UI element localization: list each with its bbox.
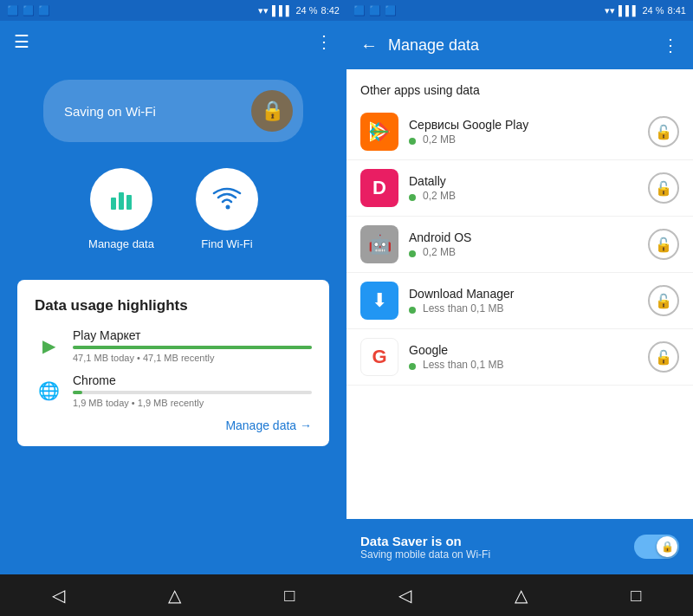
android-os-name: Android OS	[409, 230, 648, 244]
manage-data-link[interactable]: Manage data →	[35, 418, 312, 432]
chrome-info: Chrome 1,9 MB today • 1,9 MB recently	[73, 373, 312, 408]
play-market-progress-wrap	[73, 346, 312, 349]
manage-data-button[interactable]: Manage data	[88, 168, 154, 250]
right-app-icon-1: 🟦	[353, 5, 366, 16]
right-status-icons: 🟦 🟦 🟦	[353, 5, 397, 16]
right-more-icon[interactable]: ⋮	[662, 35, 679, 55]
recents-nav-button[interactable]: □	[284, 586, 295, 606]
datally-icon: D	[360, 169, 398, 207]
right-battery-label: 24 %	[643, 5, 664, 16]
svg-rect-0	[111, 198, 116, 210]
manage-data-label: Manage data	[88, 237, 154, 250]
find-wifi-icon-circle	[196, 168, 258, 230]
lock-button-0[interactable]: 🔓	[648, 116, 679, 147]
list-item[interactable]: 🤖 Android OS 0,2 MB 🔓	[346, 217, 693, 273]
card-title: Data usage highlights	[35, 297, 312, 314]
section-header: Other apps using data	[346, 69, 693, 104]
green-dot-3	[409, 307, 416, 314]
list-item[interactable]: ⬇ Download Manager Less than 0,1 MB 🔓	[346, 273, 693, 329]
data-saver-title: Data Saver is on	[360, 534, 624, 548]
download-manager-icon: ⬇	[360, 282, 398, 320]
data-saver-bar: Data Saver is on Saving mobile data on W…	[346, 519, 693, 574]
saving-pill[interactable]: Saving on Wi-Fi 🔒	[43, 80, 303, 142]
left-status-bar: 🟦 🟦 🟦 ▾▾ ▌▌▌ 24 % 8:42	[0, 0, 346, 21]
google-play-services-icon	[360, 113, 398, 151]
left-top-bar: ☰ ⋮	[0, 21, 346, 62]
play-market-info: Play Маркет 47,1 MB today • 47,1 MB rece…	[73, 328, 312, 363]
play-services-svg	[367, 120, 392, 144]
play-market-stats: 47,1 MB today • 47,1 MB recently	[73, 353, 312, 363]
manage-data-link-text: Manage data →	[225, 418, 312, 432]
right-app-icon-2: 🟦	[369, 5, 381, 16]
play-market-name: Play Маркет	[73, 328, 312, 342]
download-manager-size: Less than 0,1 MB	[409, 302, 648, 314]
right-page-title: Manage data	[388, 36, 651, 55]
google-name: Google	[409, 343, 648, 357]
data-saver-subtitle: Saving mobile data on Wi-Fi	[360, 548, 624, 561]
android-os-size: 0,2 MB	[409, 246, 648, 258]
google-play-services-name: Сервисы Google Play	[409, 118, 648, 132]
chrome-icon: 🌐	[35, 377, 62, 405]
right-home-nav-button[interactable]: △	[515, 585, 528, 606]
right-time-label: 8:41	[668, 5, 686, 16]
list-item[interactable]: G Google Less than 0,1 MB 🔓	[346, 329, 693, 386]
left-status-right: ▾▾ ▌▌▌ 24 % 8:42	[258, 5, 340, 16]
chrome-stats: 1,9 MB today • 1,9 MB recently	[73, 398, 312, 408]
list-item[interactable]: D Datally 0,2 MB 🔓	[346, 160, 693, 217]
time-label: 8:42	[321, 5, 340, 16]
chrome-name: Chrome	[73, 373, 312, 387]
right-back-nav-button[interactable]: ◁	[398, 585, 411, 606]
left-bottom-nav: ◁ △ □	[0, 574, 346, 616]
data-saver-toggle[interactable]: 🔒	[634, 535, 679, 559]
lock-button-2[interactable]: 🔓	[648, 229, 679, 260]
right-app-icon-3: 🟦	[385, 5, 397, 16]
android-os-info: Android OS 0,2 MB	[409, 230, 648, 258]
right-content: Other apps using data Сервисы Google Pla…	[346, 69, 693, 519]
right-status-bar: 🟦 🟦 🟦 ▾▾ ▌▌▌ 24 % 8:41	[346, 0, 693, 21]
saving-text: Saving on Wi-Fi	[64, 104, 156, 119]
play-market-row: ▶ Play Маркет 47,1 MB today • 47,1 MB re…	[35, 328, 312, 363]
app-icon-1: 🟦	[7, 5, 19, 16]
green-dot-2	[409, 250, 416, 257]
left-status-icons: 🟦 🟦 🟦	[7, 5, 50, 16]
action-buttons: Manage data Find Wi-Fi	[88, 168, 258, 250]
green-dot-1	[409, 194, 416, 201]
list-item[interactable]: Сервисы Google Play 0,2 MB 🔓	[346, 104, 693, 160]
lock-button-3[interactable]: 🔓	[648, 285, 679, 316]
play-market-progress	[73, 346, 312, 349]
data-saver-text: Data Saver is on Saving mobile data on W…	[360, 534, 624, 561]
data-usage-card: Data usage highlights ▶ Play Маркет 47,1…	[17, 280, 329, 446]
lock-button-4[interactable]: 🔓	[648, 341, 679, 373]
app-icon-3: 🟦	[38, 5, 50, 16]
battery-label: 24 %	[296, 5, 318, 16]
google-play-services-size: 0,2 MB	[409, 133, 648, 146]
bar-chart-icon	[107, 185, 135, 213]
manage-data-icon-circle	[90, 168, 152, 230]
find-wifi-label: Find Wi-Fi	[201, 237, 252, 250]
hamburger-icon[interactable]: ☰	[14, 31, 29, 52]
right-recents-nav-button[interactable]: □	[631, 586, 641, 606]
toggle-thumb: 🔒	[657, 536, 677, 557]
datally-name: Datally	[409, 174, 648, 188]
left-main-content: Saving on Wi-Fi 🔒 Manage data	[0, 62, 346, 574]
download-manager-info: Download Manager Less than 0,1 MB	[409, 287, 648, 314]
more-menu-icon[interactable]: ⋮	[315, 31, 333, 52]
svg-rect-1	[119, 192, 124, 210]
right-bottom-nav: ◁ △ □	[346, 574, 693, 616]
google-info: Google Less than 0,1 MB	[409, 343, 648, 371]
lock-button-1[interactable]: 🔓	[648, 172, 679, 204]
left-panel: 🟦 🟦 🟦 ▾▾ ▌▌▌ 24 % 8:42 ☰ ⋮ Saving on Wi-…	[0, 0, 346, 616]
google-size: Less than 0,1 MB	[409, 359, 648, 371]
back-icon[interactable]: ←	[360, 36, 378, 55]
home-nav-button[interactable]: △	[168, 585, 181, 606]
wifi-icon	[211, 187, 243, 211]
green-dot-4	[409, 363, 416, 370]
saving-lock-icon: 🔒	[251, 90, 293, 132]
right-status-right: ▾▾ ▌▌▌ 24 % 8:41	[605, 5, 686, 16]
wifi-icon: ▾▾	[258, 5, 269, 16]
right-top-bar: ← Manage data ⋮	[346, 21, 693, 69]
find-wifi-button[interactable]: Find Wi-Fi	[196, 168, 258, 250]
back-nav-button[interactable]: ◁	[52, 585, 65, 606]
right-panel: 🟦 🟦 🟦 ▾▾ ▌▌▌ 24 % 8:41 ← Manage data ⋮ O…	[346, 0, 693, 616]
chrome-progress-wrap	[73, 391, 312, 394]
